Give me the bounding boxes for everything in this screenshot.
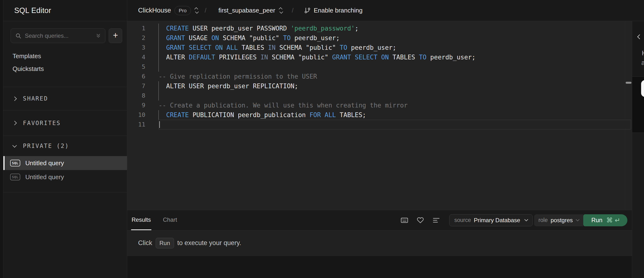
enable-branching-label: Enable branching xyxy=(314,7,362,14)
section-private-header[interactable]: PRIVATE (2) xyxy=(3,136,127,156)
code-token: peerdb_user; xyxy=(426,54,476,61)
git-branch-icon xyxy=(304,7,311,14)
sql-code-editor[interactable]: 1 CREATE USER peerdb_user PASSWORD 'peer… xyxy=(127,21,632,210)
role-select[interactable]: role postgres xyxy=(534,214,583,226)
favorite-query-button[interactable] xyxy=(416,216,425,225)
line-number: 1 xyxy=(127,23,158,33)
query-list-item[interactable]: SQL Untitled query xyxy=(3,170,127,184)
line-number: 4 xyxy=(127,52,158,62)
sql-file-icon: SQL xyxy=(10,160,20,166)
breadcrumb: ClickHouse Pro / first_supabase_peer / xyxy=(127,0,644,21)
run-button[interactable]: Run ⌘ ↵ xyxy=(583,214,628,226)
right-panel-bottom-section xyxy=(632,133,644,278)
code-token: ALTER xyxy=(158,54,189,61)
tab-chart[interactable]: Chart xyxy=(162,210,178,230)
code-token xyxy=(158,44,166,51)
code-token xyxy=(158,34,166,42)
code-token: TO xyxy=(340,44,347,51)
enable-branching-action[interactable]: Enable branching xyxy=(304,7,362,14)
breadcrumb-service[interactable]: first_supabase_peer xyxy=(218,7,275,14)
code-line-content: -- Create a publication. We will use thi… xyxy=(158,101,631,110)
code-line[interactable]: 3 GRANT SELECT ON ALL TABLES IN SCHEMA "… xyxy=(127,43,632,52)
code-token: CREATE xyxy=(166,111,189,119)
code-token: TO xyxy=(419,54,426,61)
code-line[interactable]: 11 xyxy=(127,120,632,129)
section-label: FAVORITES xyxy=(23,120,61,127)
section-shared[interactable]: SHARED xyxy=(3,87,127,110)
return-key-icon: ↵ xyxy=(614,216,620,224)
sidebar-item-templates[interactable]: Templates xyxy=(3,50,127,63)
search-input[interactable]: Search queries... xyxy=(10,28,105,43)
code-line[interactable]: 4 ALTER DEFAULT PRIVILEGES IN SCHEMA "pu… xyxy=(127,52,632,62)
right-panel-mid-section xyxy=(632,76,644,133)
code-line-content xyxy=(158,62,631,72)
code-line[interactable]: 2 GRANT USAGE ON SCHEMA "public" TO peer… xyxy=(127,33,632,43)
search-icon xyxy=(15,33,22,39)
results-tab-bar: Results Chart xyxy=(127,210,632,230)
right-panel-top-section: H a xyxy=(632,21,644,76)
scrollbar-thumb[interactable] xyxy=(626,82,632,84)
collapse-panel-icon[interactable] xyxy=(637,34,642,39)
top-bar: SQL Editor ClickHouse Pro / first_supaba… xyxy=(3,0,644,21)
code-token: PUBLICATION peerdb_publication xyxy=(189,111,310,119)
service-switcher-icon[interactable] xyxy=(280,7,282,13)
query-label: Untitled query xyxy=(25,159,64,167)
line-number: 9 xyxy=(127,101,158,110)
breadcrumb-separator: / xyxy=(292,7,294,14)
sidebar-item-quickstarts[interactable]: Quickstarts xyxy=(3,63,127,75)
code-token: SCHEMA "public" xyxy=(276,44,340,51)
section-favorites[interactable]: FAVORITES xyxy=(3,110,127,136)
code-token: CREATE xyxy=(166,25,189,32)
code-token: FOR ALL xyxy=(310,111,336,119)
code-line[interactable]: 8 xyxy=(127,91,632,101)
code-line[interactable]: 6-- Give replication permission to the U… xyxy=(127,72,632,81)
source-select[interactable]: source Primary Database xyxy=(449,214,533,226)
code-line[interactable]: 7 ALTER USER peerdb_user REPLICATION; xyxy=(127,81,632,91)
line-number: 10 xyxy=(127,110,158,120)
right-panel-button-fragment[interactable] xyxy=(641,80,644,97)
format-query-button[interactable] xyxy=(432,216,440,225)
code-token xyxy=(158,111,166,119)
code-token xyxy=(158,25,166,32)
code-token: ALTER USER peerdb_user REPLICATION; xyxy=(158,83,298,90)
code-line[interactable]: 5 xyxy=(127,62,632,72)
role-select-label: role xyxy=(538,217,548,223)
code-token: IN xyxy=(260,54,268,61)
line-number: 11 xyxy=(127,120,158,129)
code-line[interactable]: 1 CREATE USER peerdb_user PASSWORD 'peer… xyxy=(127,23,632,33)
code-token: SCHEMA "public" xyxy=(268,54,332,61)
run-keycap[interactable]: Run xyxy=(156,238,174,248)
sidebar: Search queries... + Templates Quickstart… xyxy=(3,21,127,278)
code-token: IN xyxy=(268,44,276,51)
app-window: SQL Editor ClickHouse Pro / first_supaba… xyxy=(0,0,644,278)
command-key-icon: ⌘ xyxy=(606,216,613,224)
sidebar-header: SQL Editor xyxy=(3,0,127,21)
code-line-content: -- Give replication permission to the US… xyxy=(158,72,631,81)
code-line[interactable]: 10 CREATE PUBLICATION peerdb_publication… xyxy=(127,110,632,120)
new-query-button[interactable]: + xyxy=(109,28,122,43)
query-list-item[interactable]: SQL Untitled query xyxy=(3,156,127,170)
section-label: PRIVATE (2) xyxy=(23,142,69,149)
page-title: SQL Editor xyxy=(14,6,51,15)
code-token: TABLES xyxy=(238,44,268,51)
keyboard-shortcuts-button[interactable] xyxy=(400,216,409,225)
code-token: SCHEMA "public" xyxy=(219,34,283,42)
right-panel-clipped: H a xyxy=(632,21,644,278)
code-token: -- Create a publication. We will use thi… xyxy=(158,102,408,109)
empty-state-suffix: to execute your query. xyxy=(178,239,241,247)
code-token: GRANT xyxy=(166,34,185,42)
org-switcher-icon[interactable] xyxy=(195,7,198,13)
chevron-down-icon xyxy=(524,218,528,222)
editor-overview-ruler xyxy=(625,21,632,210)
breadcrumb-separator: / xyxy=(204,7,206,14)
code-token: TABLES; xyxy=(336,111,366,119)
breadcrumb-org[interactable]: ClickHouse xyxy=(138,7,171,14)
left-rail xyxy=(0,0,3,278)
code-line[interactable]: 9-- Create a publication. We will use th… xyxy=(127,101,632,110)
results-empty-state: Click Run to execute your query. xyxy=(127,230,632,256)
chevron-down-icon xyxy=(12,143,17,147)
tab-results[interactable]: Results xyxy=(131,210,151,230)
code-area: 1 CREATE USER peerdb_user PASSWORD 'peer… xyxy=(127,23,632,129)
chevron-right-icon xyxy=(12,96,17,101)
code-line-content xyxy=(158,91,631,101)
